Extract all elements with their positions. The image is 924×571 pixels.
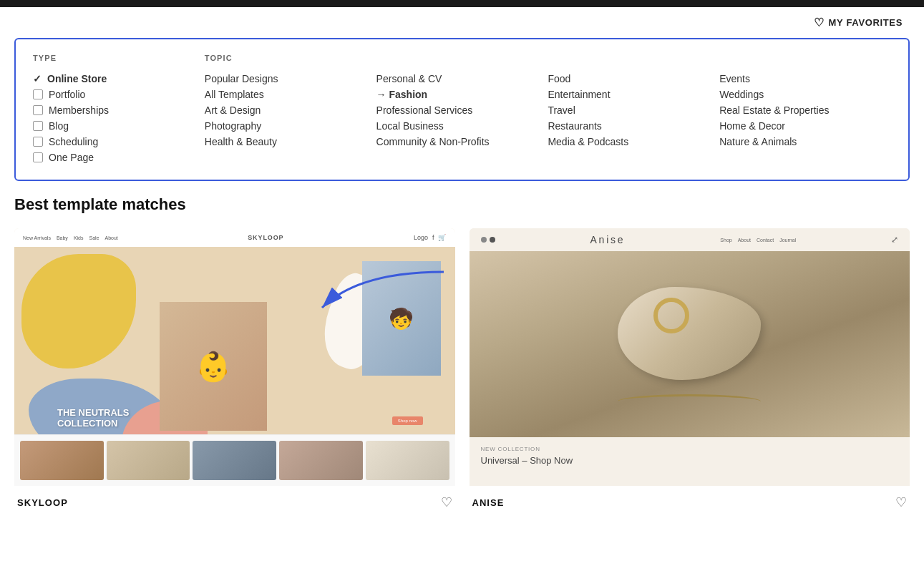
ring-shape (653, 298, 689, 333)
anise-footer: ANISE ♡ (470, 486, 910, 519)
filter-panel: TYPE ✓ Online Store Portfolio Membership… (14, 38, 910, 181)
topic-home-decor[interactable]: Home & Decor (719, 118, 891, 134)
social-icon: f (432, 234, 434, 241)
anise-collection-label: NEW COLLECTION (481, 446, 899, 452)
topic-nature-animals[interactable]: Nature & Animals (719, 134, 891, 150)
topic-photography[interactable]: Photography (205, 118, 376, 134)
skyloop-hero-text: THE NEUTRALSCOLLECTION (57, 408, 129, 429)
checkbox-blog (33, 121, 43, 131)
skyloop-shop-button: Shop now (392, 416, 423, 425)
topic-fashion[interactable]: → Fashion (376, 87, 548, 102)
topic-column-2: Personal & CV → Fashion Professional Ser… (376, 54, 548, 165)
top-bar (0, 0, 924, 7)
topic-art-design[interactable]: Art & Design (205, 102, 376, 118)
topic-health-beauty[interactable]: Health & Beauty (205, 134, 376, 150)
skyloop-side-card: 🧒 (362, 261, 441, 376)
thumb-1 (20, 441, 104, 480)
matches-title: Best template matches (14, 195, 910, 214)
type-item-memberships[interactable]: Memberships (33, 102, 205, 118)
type-label: One Page (49, 152, 94, 163)
type-label: Memberships (49, 104, 109, 116)
anise-caption: NEW COLLECTION Universal – Shop Now (470, 437, 910, 474)
skyloop-logo: SKYLOOP (248, 234, 283, 241)
topic-events[interactable]: Events (719, 71, 891, 87)
skyloop-name: SKYLOOP (17, 497, 68, 508)
type-item-portfolio[interactable]: Portfolio (33, 87, 205, 102)
skyloop-body: 👶 THE NEUTRALSCOLLECTION 🧒 Shop now (14, 247, 455, 486)
anise-nav-right-icon: ⤢ (891, 235, 898, 245)
skyloop-favorite-button[interactable]: ♡ (441, 494, 452, 510)
skyloop-hero-title: THE NEUTRALSCOLLECTION (57, 408, 129, 429)
anise-nav-left (481, 237, 495, 243)
my-favorites-button[interactable]: ♡ MY FAVORITES (814, 16, 903, 29)
topic-popular-designs[interactable]: Popular Designs (205, 71, 376, 87)
template-card-anise[interactable]: Anise Shop About Contact Journal ⤢ (470, 228, 910, 519)
heart-icon: ♡ (814, 16, 825, 29)
type-header: TYPE (33, 54, 205, 62)
topic-header: TOPIC (205, 54, 376, 62)
anise-dot-2 (490, 237, 495, 243)
skyloop-thumbnails (14, 434, 455, 486)
skyloop-nav-icons: Logo f 🛒 (414, 234, 447, 241)
topic-weddings[interactable]: Weddings (719, 87, 891, 102)
templates-grid: New Arrivals Baby Kids Sale About SKYLOO… (14, 228, 910, 519)
matches-section: Best template matches New Arrivals Baby … (0, 195, 924, 519)
skyloop-card-image: 👶 (160, 302, 267, 431)
checkbox-memberships (33, 105, 43, 115)
type-item-online-store[interactable]: ✓ Online Store (33, 71, 205, 87)
thumb-5 (366, 441, 449, 480)
type-label: Blog (49, 120, 69, 132)
topic-travel[interactable]: Travel (548, 102, 719, 118)
type-label: Scheduling (49, 136, 98, 147)
anise-favorite-button[interactable]: ♡ (895, 494, 907, 510)
topic-entertainment[interactable]: Entertainment (548, 87, 719, 102)
type-column: TYPE ✓ Online Store Portfolio Membership… (33, 54, 205, 165)
type-item-scheduling[interactable]: Scheduling (33, 134, 205, 150)
topic-local-business[interactable]: Local Business (376, 118, 548, 134)
checkbox-one-page (33, 152, 43, 162)
anise-hero-image (470, 251, 910, 437)
anise-hero: NEW COLLECTION Universal – Shop Now (470, 251, 910, 486)
skyloop-nav-links: New Arrivals Baby Kids Sale About (23, 235, 118, 240)
template-card-skyloop[interactable]: New Arrivals Baby Kids Sale About SKYLOO… (14, 228, 455, 519)
header-row: ♡ MY FAVORITES (0, 7, 924, 38)
anise-nav: Anise Shop About Contact Journal ⤢ (470, 228, 910, 251)
anise-dot-1 (481, 237, 487, 243)
anise-nav-links: Shop About Contact Journal (720, 238, 796, 243)
topic-media-podcasts[interactable]: Media & Podcasts (548, 134, 719, 150)
favorites-label: MY FAVORITES (829, 17, 903, 28)
topic-header-spacer2 (548, 54, 719, 62)
checkbox-scheduling (33, 137, 43, 147)
type-item-one-page[interactable]: One Page (33, 150, 205, 165)
thumb-3 (193, 441, 276, 480)
topic-column-4: Events Weddings Real Estate & Properties… (719, 54, 891, 165)
topic-restaurants[interactable]: Restaurants (548, 118, 719, 134)
topic-personal-cv[interactable]: Personal & CV (376, 71, 548, 87)
thumb-4 (279, 441, 363, 480)
topic-column-1: TOPIC Popular Designs All Templates Art … (205, 54, 376, 165)
topic-header-spacer3 (719, 54, 891, 62)
stone-shape (618, 287, 761, 380)
topic-professional-services[interactable]: Professional Services (376, 102, 548, 118)
arrow-right-icon: → (376, 89, 389, 100)
chain-shape (618, 394, 761, 409)
topic-food[interactable]: Food (548, 71, 719, 87)
logo-icon: Logo (414, 234, 428, 241)
thumb-2 (107, 441, 190, 480)
type-label: Online Store (47, 73, 107, 84)
skyloop-nav: New Arrivals Baby Kids Sale About SKYLOO… (14, 228, 455, 247)
topic-real-estate[interactable]: Real Estate & Properties (719, 102, 891, 118)
topic-header-spacer (376, 54, 548, 62)
anise-name: ANISE (472, 497, 505, 508)
topic-all-templates[interactable]: All Templates (205, 87, 376, 102)
topic-column-3: Food Entertainment Travel Restaurants Me… (548, 54, 719, 165)
anise-brand-title: Anise (590, 234, 625, 245)
skyloop-footer: SKYLOOP ♡ (14, 486, 455, 519)
type-item-blog[interactable]: Blog (33, 118, 205, 134)
anise-cta-text: Universal – Shop Now (481, 455, 899, 466)
checkmark-icon: ✓ (33, 73, 42, 84)
type-label: Portfolio (49, 89, 85, 100)
skyloop-preview: New Arrivals Baby Kids Sale About SKYLOO… (14, 228, 455, 486)
skyloop-main-card: 👶 (160, 302, 267, 431)
topic-community-nonprofits[interactable]: Community & Non-Profits (376, 134, 548, 150)
